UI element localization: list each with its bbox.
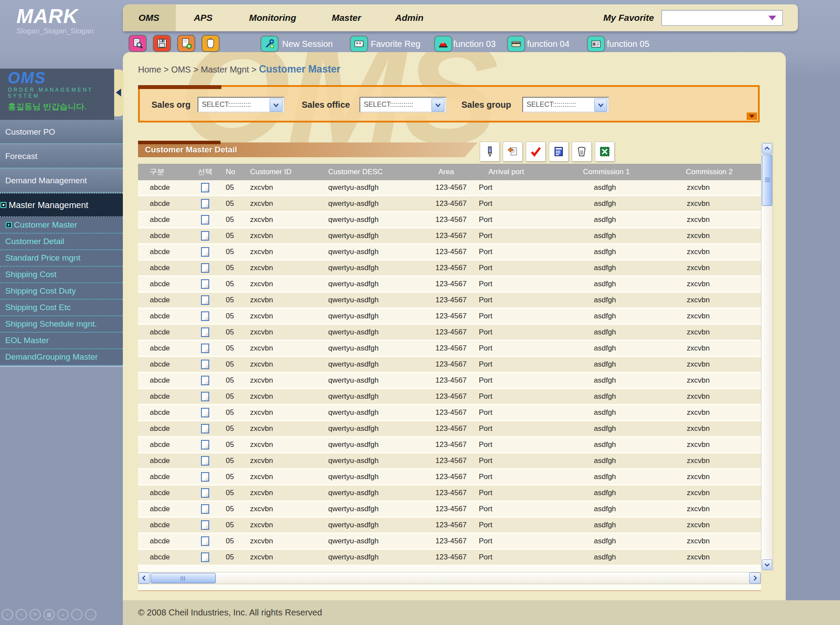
row-checkbox[interactable] xyxy=(201,231,209,241)
sidebar-item-customer-master[interactable]: Customer Master xyxy=(0,217,123,234)
column-header[interactable]: Customer DESC xyxy=(323,164,430,180)
tab-monitoring[interactable]: Monitoring xyxy=(240,4,305,31)
breadcrumb-path[interactable]: Home > OMS > Master Mgnt > xyxy=(138,65,259,74)
sidebar-item-demand-management[interactable]: Demand Management xyxy=(0,169,123,193)
vertical-scroll-thumb[interactable] xyxy=(762,155,772,206)
row-checkbox[interactable] xyxy=(201,440,209,450)
vertical-scrollbar[interactable] xyxy=(761,142,773,571)
function-05-label[interactable]: function 05 xyxy=(607,36,649,52)
edit-tool-button[interactable] xyxy=(480,142,500,162)
chevron-down-icon[interactable] xyxy=(594,99,607,112)
column-header[interactable]: Arrival port xyxy=(475,164,577,180)
row-checkbox[interactable] xyxy=(201,488,209,498)
quick-save-button[interactable] xyxy=(153,35,171,52)
row-checkbox[interactable] xyxy=(201,215,209,225)
column-header[interactable]: Commission 1 xyxy=(577,164,677,180)
sidebar-item-customer-po[interactable]: Customer PO xyxy=(0,120,123,144)
next-icon[interactable]: › xyxy=(16,609,27,620)
row-checkbox[interactable] xyxy=(201,311,209,321)
sidebar-item-shipping-cost-etc[interactable]: Shipping Cost Etc xyxy=(0,300,123,316)
row-checkbox[interactable] xyxy=(201,360,209,369)
pencil-icon[interactable]: ✎ xyxy=(30,609,41,620)
sidebar-item-eol-master[interactable]: EOL Master xyxy=(0,333,123,349)
column-header[interactable]: 구분 xyxy=(138,164,191,180)
row-checkbox[interactable] xyxy=(201,199,209,208)
function-03-button[interactable] xyxy=(434,36,452,52)
function-04-button[interactable] xyxy=(507,36,525,52)
sidebar-collapse-flap[interactable] xyxy=(114,69,124,116)
sidebar-item-customer-detail[interactable]: Customer Detail xyxy=(0,234,123,250)
confirm-tool-button[interactable] xyxy=(526,142,546,162)
column-header[interactable]: Commission 2 xyxy=(677,164,761,180)
delete-tool-button[interactable] xyxy=(572,142,592,162)
favorite-reg-button[interactable]: **. xyxy=(350,36,368,52)
row-checkbox[interactable] xyxy=(201,327,209,337)
sales-group-select[interactable]: SELECT:::::::::::: xyxy=(522,97,609,112)
row-checkbox[interactable] xyxy=(201,456,209,466)
more-icon[interactable]: … xyxy=(85,609,96,620)
new-session-label[interactable]: New Session xyxy=(282,36,333,52)
row-checkbox[interactable] xyxy=(201,247,209,257)
form-tool-button[interactable] xyxy=(549,142,569,162)
quick-doc-add-button[interactable] xyxy=(177,35,195,52)
row-checkbox[interactable] xyxy=(201,472,209,482)
row-checkbox[interactable] xyxy=(201,376,209,385)
new-session-button[interactable] xyxy=(260,36,279,52)
row-checkbox[interactable] xyxy=(201,504,209,514)
tab-master[interactable]: Master xyxy=(320,4,372,31)
quick-doc-search-button[interactable] xyxy=(128,35,147,52)
my-favorite-select[interactable] xyxy=(661,10,783,26)
chevron-down-icon[interactable] xyxy=(432,99,445,112)
chevron-down-icon[interactable] xyxy=(768,16,776,20)
table-cell: Port xyxy=(475,405,577,420)
table-cell: 05 xyxy=(219,357,243,372)
sidebar-item-forecast[interactable]: Forecast xyxy=(0,144,123,169)
quick-jar-button[interactable] xyxy=(201,35,220,52)
row-checkbox[interactable] xyxy=(201,279,209,289)
row-checkbox[interactable] xyxy=(201,424,209,433)
column-header[interactable]: Area xyxy=(430,164,475,180)
column-header[interactable]: Customer ID xyxy=(243,164,323,180)
row-checkbox[interactable] xyxy=(201,520,209,530)
sales-org-select[interactable]: SELECT:::::::::::: xyxy=(198,97,284,112)
scroll-left-button[interactable] xyxy=(138,572,150,584)
tab-aps[interactable]: APS xyxy=(186,4,221,31)
scroll-up-button[interactable] xyxy=(762,143,772,154)
row-checkbox[interactable] xyxy=(201,344,209,353)
horizontal-scrollbar[interactable] xyxy=(138,572,761,584)
scroll-right-button[interactable] xyxy=(749,572,761,584)
row-checkbox[interactable] xyxy=(201,408,209,417)
sidebar-item-shipping-cost-duty[interactable]: Shipping Cost Duty xyxy=(0,283,123,300)
favorite-reg-label[interactable]: Favorite Reg xyxy=(371,36,421,52)
tab-oms[interactable]: OMS xyxy=(132,4,166,31)
row-checkbox[interactable] xyxy=(201,392,209,401)
sidebar-item-shipping-schedule-mgnt[interactable]: Shipping Schedule mgnt. xyxy=(0,316,123,333)
horizontal-scroll-thumb[interactable] xyxy=(151,573,216,583)
function-05-button[interactable] xyxy=(587,36,605,52)
scroll-down-button[interactable] xyxy=(762,559,772,570)
sidebar-item-demandgrouping-master[interactable]: DemandGrouping Master xyxy=(0,349,123,366)
row-checkbox[interactable] xyxy=(201,183,209,192)
sidebar-item-shipping-cost[interactable]: Shipping Cost xyxy=(0,267,123,283)
function-03-label[interactable]: function 03 xyxy=(453,36,496,52)
row-checkbox[interactable] xyxy=(201,295,209,305)
sidebar-item-standard-price-mgnt[interactable]: Standard Price mgnt xyxy=(0,250,123,267)
filter-collapse-button[interactable] xyxy=(747,112,757,120)
excel-export-button[interactable] xyxy=(595,142,615,162)
sales-office-select[interactable]: SELECT:::::::::::: xyxy=(359,97,446,112)
prev-icon[interactable]: ‹ xyxy=(2,609,13,620)
paste-tool-button[interactable] xyxy=(503,142,523,162)
row-checkbox[interactable] xyxy=(201,552,209,562)
function-04-label[interactable]: function 04 xyxy=(527,36,570,52)
chevron-down-icon[interactable] xyxy=(270,99,283,112)
search-icon[interactable]: ⌕ xyxy=(57,609,69,620)
row-checkbox[interactable] xyxy=(201,536,209,546)
column-header[interactable]: No xyxy=(219,164,243,180)
table-cell: 123-4567 xyxy=(430,453,475,468)
tab-admin[interactable]: Admin xyxy=(383,4,435,31)
column-header[interactable]: 선택 xyxy=(191,164,219,180)
row-checkbox[interactable] xyxy=(201,263,209,273)
circle-icon[interactable] xyxy=(71,609,82,620)
grid-icon[interactable]: ▦ xyxy=(43,609,55,620)
sidebar-item-master-management[interactable]: Master Management xyxy=(0,193,123,217)
